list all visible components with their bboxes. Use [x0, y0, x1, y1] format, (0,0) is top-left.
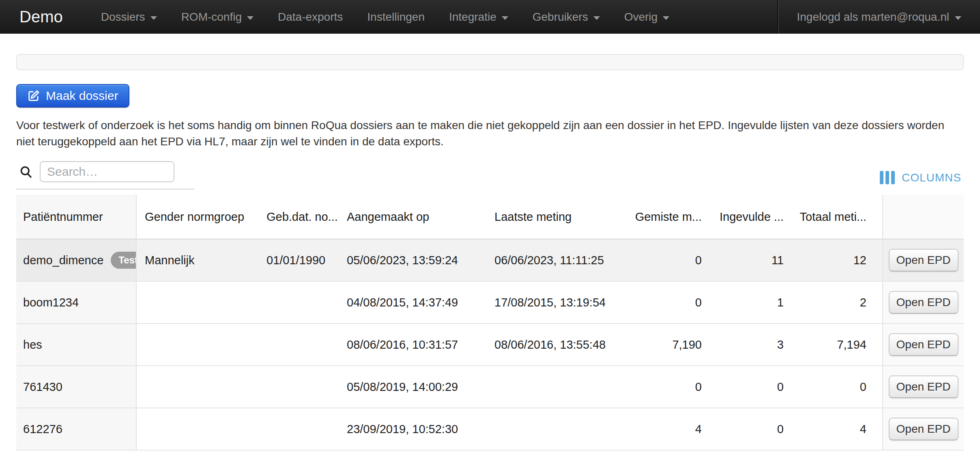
cell-gemiste: 0 [623, 282, 710, 324]
cell-laatste-meting: 08/06/2016, 13:55:48 [486, 324, 623, 366]
cell-laatste-meting: 17/08/2015, 13:19:54 [486, 282, 623, 324]
cell-ingevulde: 0 [710, 408, 792, 451]
columns-icon [880, 171, 895, 184]
create-dossier-label: Maak dossier [46, 89, 118, 103]
table-row: demo_dimence Tester Mannelijk 01/01/1990… [16, 239, 964, 282]
nav-item-label: Overig [624, 11, 658, 24]
cell-laatste-meting: 06/06/2023, 11:11:25 [486, 239, 623, 282]
table-row: 612276 23/09/2019, 10:52:30 4 0 4 Open E… [16, 408, 964, 451]
cell-patientnummer: hes [16, 324, 137, 366]
nav-item-integratie[interactable]: Integratie [437, 0, 520, 34]
open-epd-button[interactable]: Open EPD [889, 333, 959, 356]
cell-totaal: 4 [792, 408, 875, 451]
column-header-patientnummer[interactable]: Patiëntnummer [16, 195, 137, 239]
cell-patientnummer: 612276 [16, 408, 137, 451]
cell-actions: Open EPD [882, 282, 964, 324]
columns-icon-bar [880, 171, 883, 184]
cell-gemiste: 7,190 [623, 324, 710, 366]
open-epd-button[interactable]: Open EPD [889, 249, 959, 272]
columns-button[interactable]: COLUMNS [880, 171, 961, 184]
cell-aangemaakt: 05/08/2019, 14:00:29 [339, 366, 486, 408]
columns-icon-bar [885, 171, 889, 184]
nav-item-gebruikers[interactable]: Gebruikers [520, 0, 612, 34]
cell-totaal: 0 [792, 366, 875, 408]
cell-gemiste: 0 [623, 366, 710, 408]
top-navbar: Demo Dossiers ROM-config Data-exports In… [0, 0, 980, 34]
open-epd-button[interactable]: Open EPD [889, 291, 959, 314]
nav-item-instellingen[interactable]: Instellingen [355, 0, 437, 34]
patient-id: 612276 [23, 423, 62, 436]
cell-aangemaakt: 08/06/2016, 10:31:57 [339, 324, 486, 366]
cell-ingevulde: 3 [710, 324, 792, 366]
cell-ingevulde: 0 [710, 366, 792, 408]
cell-gemiste: 0 [623, 239, 710, 282]
patient-id: 761430 [23, 380, 62, 394]
table-row: boom1234 04/08/2015, 14:37:49 17/08/2015… [16, 282, 964, 324]
column-header-totaal-metingen[interactable]: Totaal meti... [792, 195, 875, 239]
header-row: Patiëntnummer Gender normgroep Geb.dat. … [16, 195, 964, 239]
cell-ingevulde: 11 [710, 239, 792, 282]
column-header-gebdat-normgroep[interactable]: Geb.dat. no... [258, 195, 339, 239]
nav-item-label: Data-exports [278, 11, 343, 24]
cell-ingevulde: 1 [710, 282, 792, 324]
cell-actions: Open EPD [882, 239, 964, 282]
nav-item-label: Dossiers [101, 11, 145, 24]
column-header-gemiste-metingen[interactable]: Gemiste m... [623, 195, 710, 239]
nav-menu: Dossiers ROM-config Data-exports Instell… [89, 0, 681, 34]
intro-text: Voor testwerk of onderzoek is het soms h… [16, 117, 964, 150]
search-icon [19, 164, 33, 179]
column-header-ingevulde-metingen[interactable]: Ingevulde ... [710, 195, 792, 239]
create-dossier-button[interactable]: Maak dossier [16, 84, 129, 108]
cell-gemiste: 4 [623, 408, 710, 451]
cell-patientnummer: boom1234 [16, 282, 137, 324]
cell-gebdat [258, 324, 339, 366]
open-epd-button[interactable]: Open EPD [889, 418, 959, 440]
cell-totaal: 12 [792, 239, 875, 282]
cell-laatste-meting [486, 408, 623, 451]
column-header-gender-normgroep[interactable]: Gender normgroep [137, 195, 258, 239]
edit-icon [28, 90, 40, 102]
cell-actions: Open EPD [882, 366, 964, 408]
notice-bar [16, 54, 964, 70]
columns-icon-bar [891, 171, 895, 184]
table-row: hes 08/06/2016, 10:31:57 08/06/2016, 13:… [16, 324, 964, 366]
table-header: Patiëntnummer Gender normgroep Geb.dat. … [16, 195, 964, 239]
tester-badge: Tester [111, 252, 137, 269]
chevron-down-icon [150, 16, 157, 20]
user-menu[interactable]: Ingelogd als marten@roqua.nl [779, 0, 980, 34]
chevron-down-icon [247, 16, 254, 20]
cell-totaal: 2 [792, 282, 875, 324]
table-toolbar: COLUMNS [16, 161, 964, 190]
column-header-laatste-meting[interactable]: Laatste meting [486, 195, 623, 239]
nav-item-data-exports[interactable]: Data-exports [266, 0, 355, 34]
cell-gender [137, 366, 258, 408]
nav-item-rom-config[interactable]: ROM-config [169, 0, 266, 34]
cell-gender [137, 324, 258, 366]
columns-button-label: COLUMNS [902, 171, 961, 184]
column-header-actions [882, 195, 964, 239]
patient-id: hes [23, 338, 42, 352]
cell-patientnummer: demo_dimence Tester [16, 239, 137, 282]
cell-actions: Open EPD [882, 408, 964, 451]
patient-id: demo_dimence [23, 254, 103, 267]
navbar-right: Ingelogd als marten@roqua.nl [778, 0, 980, 34]
search-input[interactable] [40, 161, 174, 182]
patient-id: boom1234 [23, 296, 79, 309]
cell-laatste-meting [486, 366, 623, 408]
cell-gebdat [258, 366, 339, 408]
nav-item-overig[interactable]: Overig [612, 0, 681, 34]
search-container [16, 161, 195, 190]
cell-gebdat [258, 282, 339, 324]
cell-totaal: 7,194 [792, 324, 875, 366]
brand[interactable]: Demo [19, 0, 63, 34]
open-epd-button[interactable]: Open EPD [889, 375, 959, 398]
cell-gebdat [258, 408, 339, 451]
chevron-down-icon [502, 16, 508, 20]
chevron-down-icon [593, 16, 600, 20]
dossier-table: Patiëntnummer Gender normgroep Geb.dat. … [16, 195, 964, 451]
cell-aangemaakt: 05/06/2023, 13:59:24 [339, 239, 486, 282]
nav-item-dossiers[interactable]: Dossiers [89, 0, 169, 34]
column-header-aangemaakt-op[interactable]: Aangemaakt op [339, 195, 486, 239]
chevron-down-icon [663, 16, 669, 20]
nav-item-label: Gebruikers [533, 11, 588, 24]
